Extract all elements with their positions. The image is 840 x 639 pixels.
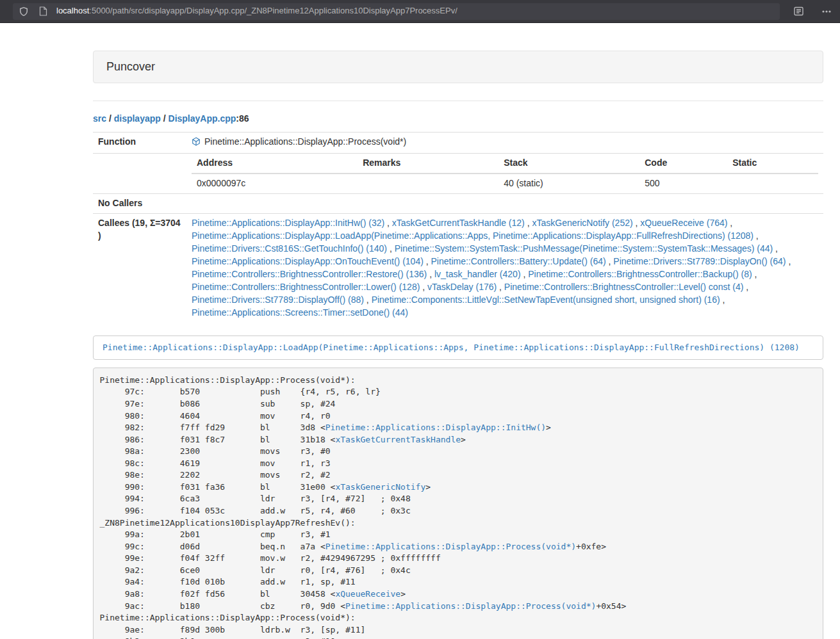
callee-link[interactable]: vTaskDelay (176) <box>427 282 497 292</box>
callee-link[interactable]: Pinetime::Drivers::St7789::DisplayOff() … <box>192 295 364 305</box>
static-value <box>727 174 818 193</box>
callee-separator: , <box>773 243 778 254</box>
callers-row: No Callers <box>93 193 823 213</box>
callees-list: Pinetime::Applications::DisplayApp::Init… <box>186 213 823 322</box>
reader-view-icon[interactable] <box>793 6 804 17</box>
remarks-value <box>358 174 498 193</box>
function-name-cell: Pinetime::Applications::DisplayApp::Proc… <box>186 132 823 153</box>
highlighted-callee-link[interactable]: Pinetime::Applications::DisplayApp::Load… <box>103 343 800 352</box>
divider <box>93 101 823 101</box>
callee-link[interactable]: Pinetime::Applications::DisplayApp::Init… <box>192 218 384 228</box>
col-address: Address <box>192 154 358 174</box>
callee-link[interactable]: xQueueReceive (764) <box>640 218 727 228</box>
code-value: 500 <box>639 174 727 193</box>
callee-link[interactable]: Pinetime::System::SystemTask::PushMessag… <box>395 243 773 254</box>
callee-separator: , <box>364 295 372 305</box>
code-symbol-link[interactable]: Pinetime::Applications::DisplayApp::Proc… <box>325 542 576 551</box>
callee-link[interactable]: lv_task_handler (420) <box>434 269 521 279</box>
callee-separator: , <box>525 218 532 228</box>
code-symbol-link[interactable]: Pinetime::Applications::DisplayApp::Init… <box>325 423 546 432</box>
main-content: Puncover src / displayapp / DisplayApp.c… <box>93 51 823 639</box>
callee-link[interactable]: Pinetime::Controllers::Battery::Update()… <box>431 256 606 266</box>
callee-link[interactable]: Pinetime::Applications::Screens::Timer::… <box>192 307 408 318</box>
col-remarks: Remarks <box>358 154 498 174</box>
callee-link[interactable]: Pinetime::Drivers::St7789::DisplayOn() (… <box>613 256 786 266</box>
metrics-header-row: Address Remarks Stack Code Static <box>192 154 818 174</box>
tracking-shield-icon[interactable] <box>18 6 29 17</box>
callee-separator: , <box>497 282 504 292</box>
callee-separator: , <box>384 218 392 228</box>
callee-link[interactable]: Pinetime::Applications::DisplayApp::Load… <box>192 231 754 241</box>
callee-separator: , <box>521 269 529 279</box>
callee-separator: , <box>720 295 725 305</box>
code-symbol-link[interactable]: xTaskGenericNotify <box>335 482 425 492</box>
metrics-value-row: 0x0000097c 40 (static) 500 <box>192 174 818 193</box>
callee-link[interactable]: Pinetime::Controllers::BrightnessControl… <box>528 269 752 279</box>
function-name: Pinetime::Applications::DisplayApp::Proc… <box>204 136 406 147</box>
code-symbol-link[interactable]: Pinetime::Applications::DisplayApp::Proc… <box>345 601 596 611</box>
stack-value: 40 (static) <box>498 174 639 193</box>
url-domain: localhost <box>56 6 89 15</box>
callee-separator: , <box>387 243 395 254</box>
metrics-table: Address Remarks Stack Code Static 0x0000… <box>192 154 818 193</box>
metrics-cell: Address Remarks Stack Code Static 0x0000… <box>186 153 823 193</box>
callee-link[interactable]: Pinetime::Drivers::Cst816S::GetTouchInfo… <box>192 243 387 254</box>
metrics-row-label <box>93 153 186 193</box>
url-text: localhost:5000/path/src/displayapp/Displ… <box>56 5 457 17</box>
highlighted-callee-box: Pinetime::Applications::DisplayApp::Load… <box>93 336 823 360</box>
breadcrumb-separator: / <box>106 113 114 124</box>
address-value: 0x0000097c <box>192 174 358 193</box>
callee-separator: , <box>743 282 748 292</box>
function-info-table: Function Pinetime::Applications::Display… <box>93 132 823 323</box>
page-info-icon[interactable] <box>37 6 49 17</box>
function-symbol-icon <box>192 137 201 150</box>
function-row-label: Function <box>93 132 186 153</box>
callee-separator: , <box>427 269 434 279</box>
callee-separator: , <box>727 218 732 228</box>
overflow-menu-icon[interactable] <box>821 6 832 17</box>
callee-separator: , <box>786 256 791 266</box>
code-symbol-link[interactable]: xQueueReceive <box>335 589 400 599</box>
callers-cell <box>186 193 823 213</box>
col-static: Static <box>727 154 818 174</box>
disassembly-pre: Pinetime::Applications::DisplayApp::Proc… <box>93 368 823 639</box>
callee-link[interactable]: xTaskGetCurrentTaskHandle (12) <box>392 218 525 228</box>
callee-separator: , <box>754 231 759 241</box>
callees-row: Callees (19, Σ=3704 ) Pinetime::Applicat… <box>93 213 823 322</box>
breadcrumb-link-src[interactable]: src <box>93 113 106 124</box>
callees-label: Callees (19, Σ=3704 ) <box>93 213 186 322</box>
callee-separator: , <box>424 256 431 266</box>
breadcrumb: src / displayapp / DisplayApp.cpp:86 <box>93 113 823 125</box>
callee-link[interactable]: Pinetime::Controllers::BrightnessControl… <box>192 269 427 279</box>
url-path: :5000/path/src/displayapp/DisplayApp.cpp… <box>89 6 457 15</box>
callee-separator: , <box>420 282 427 292</box>
breadcrumb-link-displayapp[interactable]: displayapp <box>114 113 161 124</box>
callee-link[interactable]: Pinetime::Controllers::BrightnessControl… <box>192 282 420 292</box>
url-bar[interactable]: localhost:5000/path/src/displayapp/Displ… <box>13 3 780 20</box>
metrics-row: Address Remarks Stack Code Static 0x0000… <box>93 153 823 193</box>
no-callers-label: No Callers <box>93 193 186 213</box>
toolbar-actions <box>793 6 832 17</box>
function-row: Function Pinetime::Applications::Display… <box>93 132 823 153</box>
callee-link[interactable]: Pinetime::Controllers::BrightnessControl… <box>504 282 743 292</box>
col-stack: Stack <box>498 154 639 174</box>
code-symbol-link[interactable]: xTaskGetCurrentTaskHandle <box>335 435 461 444</box>
breadcrumb-line-number: :86 <box>236 113 249 124</box>
callee-separator: , <box>633 218 641 228</box>
brand-panel: Puncover <box>93 51 823 83</box>
callee-link[interactable]: Pinetime::Applications::DisplayApp::OnTo… <box>192 256 424 266</box>
callee-separator: , <box>752 269 757 279</box>
app-title[interactable]: Puncover <box>106 60 155 73</box>
callee-link[interactable]: Pinetime::Components::LittleVgl::SetNewT… <box>372 295 720 305</box>
breadcrumb-link-DisplayApp.cpp[interactable]: DisplayApp.cpp <box>169 113 236 124</box>
callee-link[interactable]: xTaskGenericNotify (252) <box>532 218 632 228</box>
breadcrumb-separator: / <box>161 113 169 124</box>
browser-toolbar: localhost:5000/path/src/displayapp/Displ… <box>0 0 840 23</box>
col-code: Code <box>639 154 727 174</box>
callee-separator: , <box>606 256 614 266</box>
